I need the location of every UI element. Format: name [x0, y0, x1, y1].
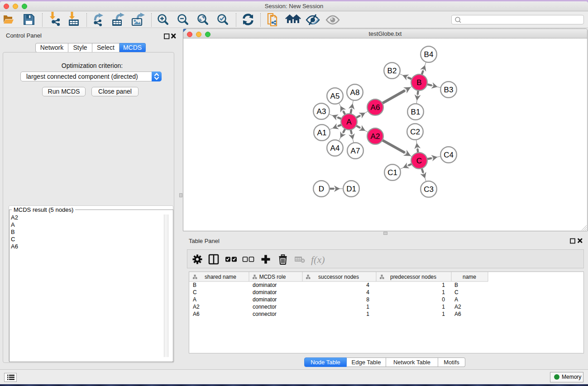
- svg-text:B: B: [454, 282, 458, 288]
- svg-text:1: 1: [442, 282, 445, 288]
- svg-text:A2: A2: [371, 132, 380, 141]
- svg-text:B2: B2: [387, 67, 397, 75]
- svg-text:B: B: [193, 282, 196, 288]
- svg-text:A2: A2: [193, 304, 200, 310]
- svg-text:A1: A1: [317, 129, 327, 137]
- svg-text:1: 1: [366, 304, 369, 310]
- svg-text:name: name: [463, 274, 476, 280]
- svg-text:dominator: dominator: [253, 289, 277, 295]
- svg-text:C3: C3: [424, 185, 434, 194]
- svg-text:D: D: [319, 185, 324, 193]
- svg-text:dominator: dominator: [253, 282, 277, 288]
- svg-text:A6: A6: [454, 311, 461, 317]
- svg-text:1: 1: [442, 311, 445, 317]
- svg-text:C2: C2: [410, 128, 420, 136]
- svg-text:A5: A5: [330, 92, 340, 100]
- svg-text:8: 8: [366, 296, 369, 303]
- svg-text:4: 4: [366, 289, 369, 295]
- svg-text:1: 1: [442, 289, 445, 295]
- svg-text:connector: connector: [253, 311, 277, 317]
- svg-text:D1: D1: [346, 185, 356, 193]
- svg-text:MCDS role: MCDS role: [259, 274, 286, 280]
- svg-text:A: A: [346, 118, 352, 126]
- svg-text:A: A: [454, 296, 458, 303]
- svg-text:A8: A8: [350, 88, 360, 97]
- svg-text:C: C: [416, 157, 422, 165]
- svg-text:1: 1: [442, 304, 445, 310]
- svg-text:A6: A6: [193, 311, 200, 317]
- svg-text:shared name: shared name: [205, 274, 236, 280]
- svg-text:C: C: [454, 289, 459, 295]
- svg-text:C: C: [193, 289, 197, 295]
- svg-text:0: 0: [442, 296, 445, 303]
- svg-text:A: A: [193, 296, 196, 303]
- svg-text:successor nodes: successor nodes: [318, 274, 359, 280]
- svg-text:connector: connector: [253, 304, 277, 310]
- svg-text:C1: C1: [387, 168, 397, 177]
- svg-text:A4: A4: [330, 144, 340, 152]
- svg-text:C4: C4: [444, 151, 454, 159]
- svg-text:dominator: dominator: [253, 296, 277, 303]
- svg-text:f(x): f(x): [311, 254, 325, 265]
- svg-text:B: B: [416, 78, 421, 87]
- svg-text:B1: B1: [411, 108, 421, 116]
- svg-text:A2: A2: [454, 304, 461, 310]
- svg-text:A7: A7: [351, 147, 360, 155]
- svg-text:B3: B3: [444, 86, 454, 94]
- svg-text:predecessor nodes: predecessor nodes: [390, 274, 436, 280]
- svg-text:4: 4: [366, 282, 369, 288]
- svg-text:A3: A3: [317, 107, 326, 116]
- svg-text:1: 1: [366, 311, 369, 317]
- svg-text:A6: A6: [371, 103, 380, 112]
- svg-text:B4: B4: [424, 50, 434, 59]
